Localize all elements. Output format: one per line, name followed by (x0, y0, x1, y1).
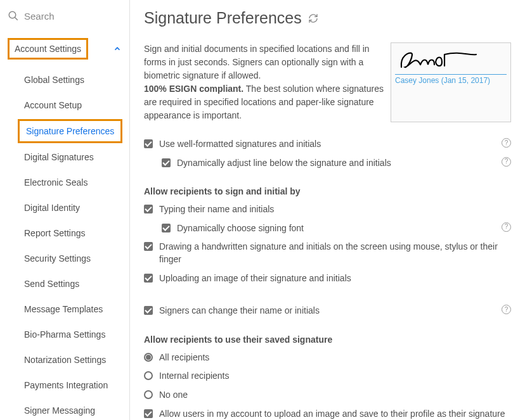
signature-caption: Casey Jones (Jan 15, 2017) (395, 75, 507, 85)
sidebar-item-bio-pharma-settings[interactable]: Bio-Pharma Settings (0, 322, 129, 347)
checkbox-well-formatted[interactable] (144, 139, 153, 148)
page-title: Signature Preferences (144, 9, 511, 27)
signature-image (396, 49, 479, 72)
help-icon[interactable]: ? (502, 157, 511, 167)
svg-line-1 (15, 17, 18, 20)
sidebar-item-electronic-seals[interactable]: Electronic Seals (0, 170, 129, 195)
sidebar-item-global-settings[interactable]: Global Settings (0, 67, 129, 92)
intro-text: Sign and initial documents in specified … (144, 42, 384, 122)
label-allow-upload: Allow users in my account to upload an i… (159, 408, 511, 420)
radio-no-one[interactable] (144, 390, 153, 399)
radio-internal-recipients[interactable] (144, 371, 153, 380)
label-drawing: Drawing a handwritten signature and init… (159, 241, 511, 265)
sidebar-item-security-settings[interactable]: Security Settings (0, 246, 129, 271)
label-change-name: Signers can change their name or initial… (159, 305, 491, 317)
sidebar-item-account-setup[interactable]: Account Setup (0, 92, 129, 118)
sidebar-item-message-templates[interactable]: Message Templates (0, 296, 129, 322)
heading-saved-signature: Allow recipients to use their saved sign… (144, 334, 511, 345)
sidebar-item-digital-signatures[interactable]: Digital Signatures (0, 144, 129, 170)
label-all-recipients: All recipients (159, 352, 511, 364)
label-internal-recipients: Internal recipients (159, 370, 511, 383)
search-icon (8, 10, 19, 22)
search-placeholder: Search (24, 11, 55, 22)
nav-section-title: Account Settings (8, 38, 88, 60)
checkbox-dynamic-font[interactable] (162, 224, 171, 232)
checkbox-dynamic-line[interactable] (162, 158, 171, 167)
label-well-formatted: Use well-formatted signatures and initia… (159, 138, 491, 151)
sidebar-item-send-settings[interactable]: Send Settings (0, 271, 129, 296)
sidebar: Search Account Settings Global Settings … (0, 0, 130, 420)
sidebar-item-payments-integration[interactable]: Payments Integration (0, 372, 129, 398)
sidebar-item-notarization-settings[interactable]: Notarization Settings (0, 347, 129, 372)
label-typing-name: Typing their name and initials (159, 203, 511, 216)
nav-section-header[interactable]: Account Settings (0, 30, 129, 67)
label-uploading: Uploading an image of their signature an… (159, 272, 511, 285)
checkbox-uploading[interactable] (144, 274, 153, 283)
help-icon[interactable]: ? (502, 222, 511, 232)
checkbox-drawing[interactable] (144, 242, 153, 251)
checkbox-typing-name[interactable] (144, 205, 153, 213)
label-dynamic-font: Dynamically choose signing font (177, 222, 491, 235)
refresh-icon[interactable] (308, 13, 318, 23)
svg-point-0 (9, 11, 16, 18)
chevron-up-icon (113, 44, 122, 53)
checkbox-allow-upload[interactable] (144, 409, 153, 418)
label-no-one: No one (159, 389, 511, 402)
help-icon[interactable]: ? (502, 305, 511, 314)
sidebar-item-report-settings[interactable]: Report Settings (0, 220, 129, 246)
label-dynamic-line: Dynamically adjust line below the signat… (177, 157, 491, 170)
heading-sign-initial: Allow recipients to sign and initial by (144, 186, 511, 196)
search-box[interactable]: Search (0, 10, 129, 30)
intro-bold: 100% ESIGN compliant. (144, 84, 243, 94)
intro-line1: Sign and initial documents in specified … (144, 44, 370, 80)
sidebar-item-digital-identity[interactable]: Digital Identity (0, 195, 129, 220)
page-title-text: Signature Preferences (144, 9, 302, 27)
sidebar-item-signature-preferences[interactable]: Signature Preferences (18, 119, 122, 143)
main-content: Signature Preferences Sign and initial d… (130, 0, 525, 420)
help-icon[interactable]: ? (502, 138, 511, 148)
checkbox-change-name[interactable] (144, 306, 153, 315)
sidebar-item-signer-messaging[interactable]: Signer Messaging (0, 398, 129, 420)
radio-all-recipients[interactable] (144, 353, 153, 362)
signature-preview: Casey Jones (Jan 15, 2017) (391, 42, 511, 122)
